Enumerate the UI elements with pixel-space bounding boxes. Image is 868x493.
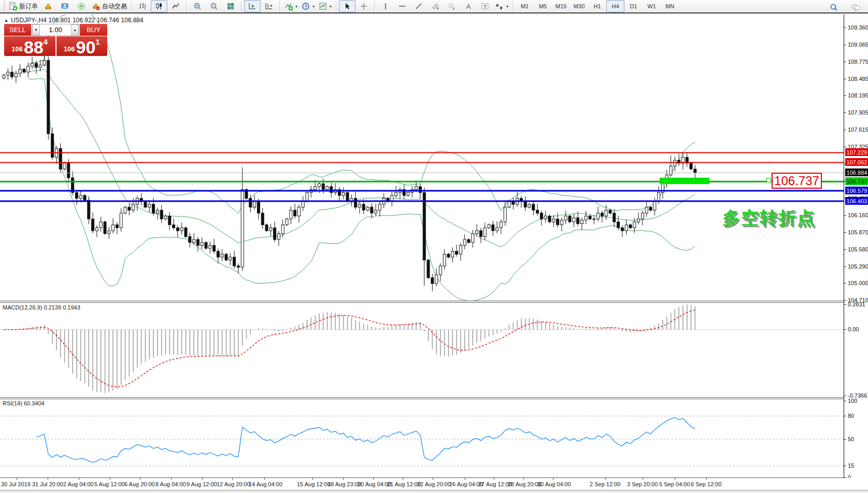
- time-label: 31 Jul 20:00: [32, 481, 63, 487]
- zoom-out-icon: [210, 2, 218, 10]
- time-label: 27 Aug 12:00: [478, 481, 512, 487]
- chinese-annotation[interactable]: 多空转折点: [722, 206, 816, 230]
- chart-shift-button[interactable]: [261, 0, 277, 12]
- axis-tick-mark: [844, 130, 846, 130]
- trendline-tool-button[interactable]: [410, 0, 427, 12]
- price-axis[interactable]: 109.360109.065108.775108.485108.195107.9…: [844, 15, 868, 478]
- price-tick: 107.615: [848, 126, 868, 133]
- buy-price-button[interactable]: 106901: [56, 36, 108, 56]
- timeframe-m15-button[interactable]: M15: [552, 0, 570, 12]
- timeframe-m1-button[interactable]: M1: [516, 0, 534, 12]
- new-order-button[interactable]: 新订单: [7, 0, 40, 12]
- down-arrow-icon: ▼: [34, 28, 38, 32]
- autotrading-button[interactable]: 自动交易: [90, 0, 129, 12]
- dropdown-arrow-icon: ▾: [295, 4, 297, 9]
- channel-tool-button[interactable]: E: [427, 0, 444, 12]
- cursor-tool-button[interactable]: [339, 0, 355, 12]
- sell-price-pips: 88: [24, 39, 44, 55]
- rsi-tick: 50: [848, 436, 854, 442]
- rsi-canvas[interactable]: [0, 399, 844, 478]
- buy-button[interactable]: BUY: [80, 24, 107, 36]
- mql-editor-button[interactable]: [40, 0, 56, 12]
- main-chart-pane[interactable]: [0, 15, 844, 301]
- macd-canvas[interactable]: [0, 303, 844, 397]
- timeframe-label: D1: [630, 3, 637, 9]
- shapes-tool-button[interactable]: ▾: [493, 0, 510, 12]
- rsi-tick: 80: [848, 413, 854, 419]
- trendline-icon: [415, 2, 423, 10]
- collapse-arrow-icon[interactable]: ▲: [4, 18, 8, 23]
- timeframe-m30-button[interactable]: M30: [570, 0, 588, 12]
- up-arrow-icon: ▲: [73, 28, 77, 32]
- timeframe-d1-button[interactable]: D1: [624, 0, 643, 12]
- timeframe-label: M30: [574, 3, 585, 9]
- chart-shift-icon: [265, 2, 273, 10]
- axis-tick-mark: [844, 249, 846, 250]
- timeframe-h4-button[interactable]: H4: [606, 0, 624, 12]
- time-label: 22 Aug 20:00: [417, 481, 451, 487]
- main-chart-canvas[interactable]: [0, 15, 844, 301]
- level-price-badge: 106.403: [845, 197, 868, 205]
- axis-tick-mark: [844, 62, 846, 62]
- time-label: 2 Aug 04:00: [63, 481, 94, 487]
- time-axis[interactable]: 30 Jul 201931 Jul 20:002 Aug 04:005 Aug …: [0, 478, 868, 490]
- auto-scroll-button[interactable]: [244, 0, 261, 12]
- timeframe-label: H4: [612, 3, 619, 9]
- text-tool-button[interactable]: A: [460, 0, 477, 12]
- macd-pane[interactable]: [0, 303, 844, 397]
- price-callout[interactable]: 106.737: [772, 173, 822, 189]
- line-chart-icon: [172, 2, 180, 10]
- gold-hat-icon: [44, 2, 52, 10]
- volume-control: ▼ ▲: [32, 24, 79, 36]
- rsi-tick: 15: [848, 462, 854, 469]
- buy-price-pips: 90: [76, 39, 96, 55]
- toolbar-grip[interactable]: [3, 1, 6, 11]
- arrows-shapes-icon: [495, 2, 504, 10]
- horizontal-line-tool-button[interactable]: [394, 0, 410, 12]
- volume-decrease-button[interactable]: ▼: [32, 24, 40, 35]
- macd-tick: 0.2831: [848, 301, 865, 307]
- toolbar-separator: [336, 1, 337, 11]
- fibonacci-tool-button[interactable]: F: [444, 0, 460, 12]
- axis-tick-mark: [844, 266, 846, 267]
- timeframe-label: M1: [521, 3, 529, 9]
- line-chart-mode-button[interactable]: [167, 0, 184, 12]
- volume-increase-button[interactable]: ▲: [71, 24, 79, 35]
- text-label-tool-button[interactable]: T: [477, 0, 493, 12]
- time-tick-mark: [171, 478, 172, 480]
- timeframe-w1-button[interactable]: W1: [643, 0, 661, 12]
- time-label: 3 Sep 20:00: [627, 481, 658, 487]
- signals-button[interactable]: [73, 0, 90, 12]
- buy-price-point: 1: [95, 37, 99, 46]
- dropdown-arrow-icon: ▾: [506, 4, 508, 9]
- zoom-in-button[interactable]: [189, 0, 206, 12]
- timeframe-m5-button[interactable]: M5: [534, 0, 552, 12]
- sell-price-button[interactable]: 106884: [4, 36, 55, 56]
- volume-input[interactable]: [40, 24, 71, 35]
- templates-button[interactable]: ▾: [317, 0, 334, 12]
- time-label: 28 Aug 20:00: [508, 481, 542, 487]
- candlestick-mode-button[interactable]: [151, 0, 167, 12]
- toolbar-separator: [131, 1, 132, 11]
- periods-button[interactable]: ▾: [300, 0, 317, 12]
- crosshair-tool-button[interactable]: [355, 0, 372, 12]
- bar-chart-mode-button[interactable]: [134, 0, 151, 12]
- vertical-line-tool-button[interactable]: [377, 0, 394, 12]
- timeframe-h1-button[interactable]: H1: [588, 0, 606, 12]
- strategy-tester-button[interactable]: [56, 0, 73, 12]
- community-chat-button[interactable]: [847, 1, 864, 13]
- crosshair-icon: [360, 2, 368, 10]
- rsi-pane[interactable]: [0, 399, 844, 478]
- indicators-button[interactable]: ▾: [282, 0, 300, 12]
- time-label: 30 Jul 2019: [1, 481, 31, 487]
- tile-windows-button[interactable]: [222, 0, 239, 12]
- chart-title: ▲ USDJPY-,H4 106.801 106.922 106.746 106…: [4, 17, 144, 24]
- search-button[interactable]: [826, 1, 842, 13]
- zoom-out-button[interactable]: [206, 0, 222, 12]
- mt4-window: 新订单 自动交易: [0, 0, 868, 493]
- macd-label: MACD(12,26,9) 0.2139 0.1943: [3, 304, 80, 311]
- axis-tick-mark: [844, 147, 846, 147]
- price-tick: 108.775: [848, 59, 868, 65]
- sell-button[interactable]: SELL: [4, 24, 31, 36]
- timeframe-mn-button[interactable]: MN: [661, 0, 679, 12]
